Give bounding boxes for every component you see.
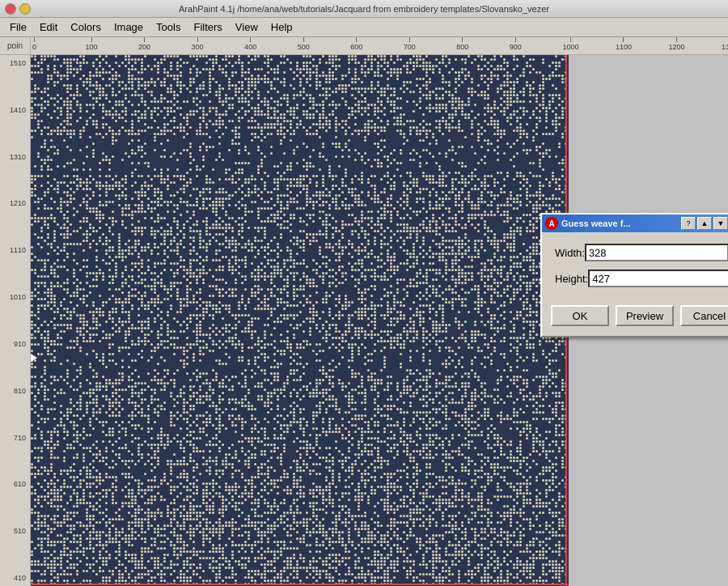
dialog-restore-btn[interactable]: ▼ [713,217,728,230]
menu-view[interactable]: View [229,19,265,35]
menu-file[interactable]: File [3,19,33,35]
ok-button[interactable]: OK [551,305,609,326]
height-label: Height: [555,273,588,285]
menu-edit[interactable]: Edit [33,19,64,35]
preview-button[interactable]: Preview [616,305,674,326]
canvas-area: A Guess weave f... ? ▲ ▼ × Width: ▲ [31,55,728,586]
window-controls[interactable] [5,3,31,15]
menu-colors[interactable]: Colors [64,19,108,35]
menu-image[interactable]: Image [108,19,150,35]
ruler-row: poin 01002003004005006007008009001000110… [0,37,728,55]
dialog-title-text: Guess weave f... [561,219,631,228]
height-field-row: Height: ▲ ▼ [555,270,728,287]
close-btn[interactable] [5,3,16,15]
title-bar: ArahPaint 4.1j /home/ana/web/tutorials/J… [0,0,728,18]
menu-help[interactable]: Help [265,19,299,35]
dialog-help-btn[interactable]: ? [681,217,696,230]
fabric-pattern [31,55,569,586]
dialog-title-left: A Guess weave f... [545,217,631,230]
guess-weave-dialog: A Guess weave f... ? ▲ ▼ × Width: ▲ [540,213,728,338]
cancel-button[interactable]: Cancel [680,305,728,326]
window-title: ArahPaint 4.1j /home/ana/web/tutorials/J… [179,4,549,14]
menu-filters[interactable]: Filters [187,19,228,35]
horizontal-ruler: 0100200300400500600700800900100011001200… [31,37,728,54]
width-field-row: Width: ▲ ▼ [555,244,728,261]
width-input[interactable] [585,244,728,261]
main-area: 1510141013101210111010109108107106105104… [0,55,728,586]
dialog-controls[interactable]: ? ▲ ▼ × [681,217,728,230]
dialog-app-icon: A [545,217,558,230]
vertical-ruler: 1510141013101210111010109108107106105104… [0,55,31,586]
dialog-body: Width: ▲ ▼ Height: ▲ [542,232,728,305]
dialog-titlebar: A Guess weave f... ? ▲ ▼ × [542,214,728,232]
minimize-btn[interactable] [19,3,31,15]
dialog-buttons: OK Preview Cancel [542,305,728,336]
menu-bar: File Edit Colors Image Tools Filters Vie… [0,18,728,37]
height-input-wrap: ▲ ▼ [588,270,728,287]
width-input-wrap: ▲ ▼ [585,244,728,261]
ruler-corner: poin [0,37,31,54]
menu-tools[interactable]: Tools [150,19,187,35]
width-label: Width: [555,247,585,259]
height-input[interactable] [588,270,728,287]
dialog-minimize-btn[interactable]: ▲ [697,217,712,230]
